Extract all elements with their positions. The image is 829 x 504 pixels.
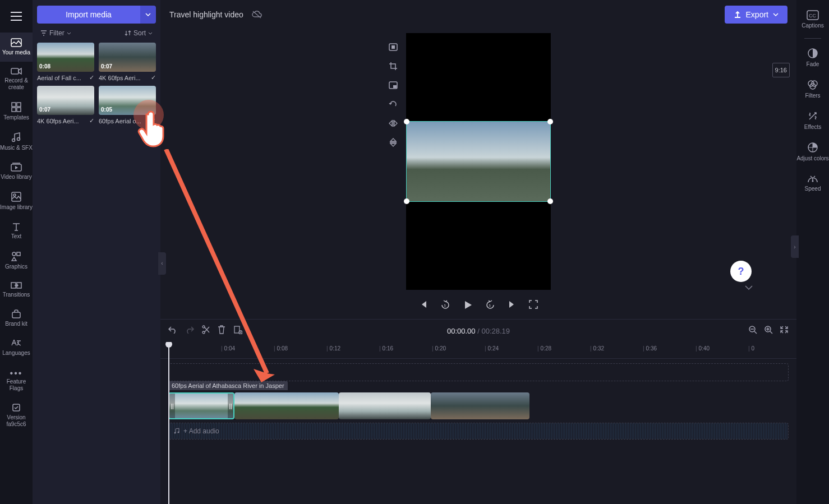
nav-label: Feature Flags xyxy=(0,378,33,392)
aspect-ratio-badge[interactable]: 9:16 xyxy=(772,63,790,77)
current-time: 00:00.00 xyxy=(447,327,476,335)
svg-point-23 xyxy=(202,326,205,328)
nav-record-create[interactable]: Record & create xyxy=(0,62,33,96)
undo-button[interactable] xyxy=(168,326,177,336)
media-thumbnail: 0:07 xyxy=(99,43,156,72)
skip-start-button[interactable] xyxy=(419,300,428,312)
skip-end-button[interactable] xyxy=(508,300,517,312)
rotate-tool[interactable] xyxy=(386,97,400,112)
resize-handle-br[interactable] xyxy=(547,198,553,204)
zoom-in-button[interactable] xyxy=(764,325,773,336)
ruler-tick: 0:40 xyxy=(696,345,710,352)
clip-label: 60fps Aerial of Athabasca River in Jaspe… xyxy=(168,381,288,390)
nav-label: Record & create xyxy=(0,77,33,91)
nav-video-library[interactable]: Video library xyxy=(0,157,33,186)
timeline-clip[interactable] xyxy=(234,392,339,419)
templates-icon xyxy=(11,102,21,112)
preview-selected-clip[interactable] xyxy=(406,121,551,202)
media-thumbnail: 0:07 xyxy=(37,86,94,115)
nav-feature-flags[interactable]: ••• Feature Flags xyxy=(0,362,33,397)
resize-handle-tl[interactable] xyxy=(404,119,409,124)
media-item[interactable]: 0:07 4K 60fps Aeri...✓ xyxy=(37,86,94,124)
split-button[interactable] xyxy=(202,325,210,336)
timeline-clip-selected[interactable]: || || xyxy=(168,392,234,419)
crop-tool[interactable] xyxy=(386,59,400,73)
rewind-button[interactable]: 5 xyxy=(440,300,450,312)
media-item[interactable]: 0:07 4K 60fps Aeri...✓ xyxy=(99,43,156,81)
chevron-down-icon xyxy=(148,32,153,35)
filter-sort-bar: Filter Sort xyxy=(37,29,156,43)
languages-icon xyxy=(11,339,21,348)
nav-your-media[interactable]: Your media xyxy=(0,33,33,62)
export-button[interactable]: Export xyxy=(725,6,787,24)
media-icon xyxy=(11,38,22,47)
captions-icon: CC xyxy=(807,10,819,20)
audio-track[interactable]: + Add audio xyxy=(168,423,789,440)
fit-tool[interactable] xyxy=(386,40,400,54)
clip-trim-left[interactable]: || xyxy=(169,394,175,418)
nav-transitions[interactable]: Transitions xyxy=(0,276,33,304)
playhead[interactable] xyxy=(168,342,169,504)
fullscreen-button[interactable] xyxy=(529,300,538,312)
zoom-out-button[interactable] xyxy=(748,325,757,336)
chevron-down-icon xyxy=(67,32,71,35)
project-title[interactable]: Travel highlight video xyxy=(169,10,243,19)
help-button[interactable]: ? xyxy=(730,261,752,282)
timeline-clip[interactable] xyxy=(339,392,431,419)
redo-button[interactable] xyxy=(185,326,194,336)
effects-button[interactable]: Effects xyxy=(796,105,829,136)
text-icon xyxy=(12,222,21,231)
captions-button[interactable]: CC Captions xyxy=(796,4,829,35)
import-media-button[interactable]: Import media xyxy=(37,6,140,24)
nav-music-sfx[interactable]: Music & SFX xyxy=(0,127,33,157)
clip-trim-right[interactable]: || xyxy=(228,394,233,418)
media-item[interactable]: 0:08 Aerial of Fall c...✓ xyxy=(37,43,94,81)
nav-languages[interactable]: Languages xyxy=(0,333,33,362)
cloud-sync-icon[interactable] xyxy=(251,10,262,19)
empty-track[interactable] xyxy=(168,363,789,381)
nav-templates[interactable]: Templates xyxy=(0,96,33,127)
expand-panel-chevron[interactable] xyxy=(745,282,753,292)
speed-button[interactable]: Speed xyxy=(796,168,829,198)
video-track[interactable]: 60fps Aerial of Athabasca River in Jaspe… xyxy=(168,391,789,420)
nav-text[interactable]: Text xyxy=(0,216,33,246)
filter-button[interactable]: Filter xyxy=(40,29,71,37)
nav-image-library[interactable]: Image library xyxy=(0,186,33,216)
ruler-tick: 0:24 xyxy=(485,345,499,352)
media-item[interactable]: 0:05 60fps Aerial o...✓ xyxy=(99,86,156,124)
delete-button[interactable] xyxy=(218,325,225,336)
export-label: Export xyxy=(746,10,768,19)
filters-button[interactable]: Filters xyxy=(796,73,829,105)
flip-vertical-tool[interactable] xyxy=(386,135,400,150)
preview-canvas[interactable] xyxy=(406,33,551,290)
nav-version[interactable]: Version fa9c5c6 xyxy=(0,397,33,433)
menu-button[interactable] xyxy=(4,4,28,28)
fade-button[interactable]: Fade xyxy=(796,42,829,73)
import-dropdown-button[interactable] xyxy=(140,6,156,24)
forward-button[interactable]: 5 xyxy=(485,300,495,312)
timeline-clip[interactable] xyxy=(431,392,529,419)
effects-icon xyxy=(807,110,818,122)
duplicate-button[interactable] xyxy=(233,325,242,336)
upload-icon xyxy=(734,11,742,19)
timeline-ruler[interactable]: 0:04 0:08 0:12 0:16 0:20 0:24 0:28 0:32 … xyxy=(160,342,796,359)
resize-handle-bl[interactable] xyxy=(404,198,409,204)
nav-brand-kit[interactable]: Brand kit xyxy=(0,304,33,333)
nav-graphics[interactable]: Graphics xyxy=(0,246,33,276)
check-icon: ✓ xyxy=(89,117,94,124)
adjust-colors-button[interactable]: Adjust colors xyxy=(796,136,829,168)
collapse-right-panel-button[interactable]: › xyxy=(791,235,799,258)
music-icon xyxy=(173,428,180,434)
flip-horizontal-tool[interactable] xyxy=(386,116,400,131)
rail-label: Fade xyxy=(807,61,819,68)
media-name: Aerial of Fall c... xyxy=(37,75,81,81)
import-button-group: Import media xyxy=(37,6,156,24)
media-name-row: 4K 60fps Aeri...✓ xyxy=(99,74,156,81)
svg-rect-3 xyxy=(17,103,21,107)
play-button[interactable] xyxy=(463,300,473,312)
zoom-fit-button[interactable] xyxy=(780,325,789,336)
pip-tool[interactable] xyxy=(386,78,400,93)
resize-handle-tr[interactable] xyxy=(547,119,553,124)
svg-rect-5 xyxy=(17,108,21,112)
sort-button[interactable]: Sort xyxy=(125,29,153,37)
